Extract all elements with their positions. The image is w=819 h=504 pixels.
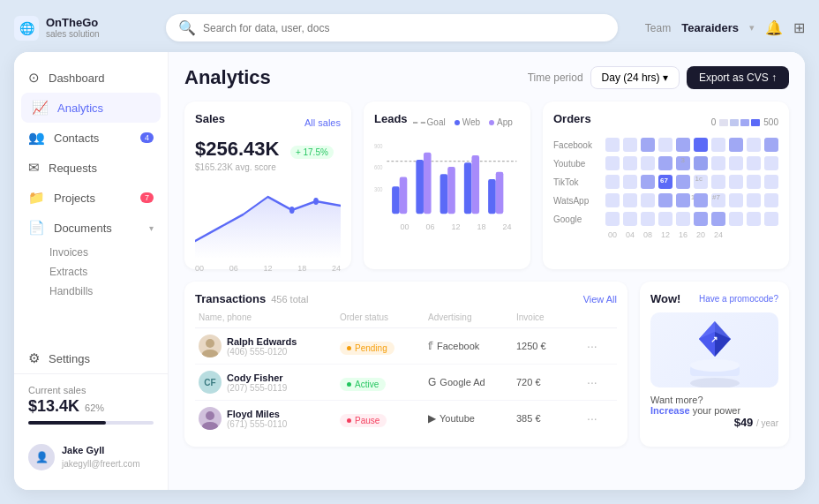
- grid-icon[interactable]: ⊞: [793, 19, 805, 36]
- search-bar[interactable]: 🔍: [166, 14, 618, 41]
- orders-axis: 00040812162024: [553, 230, 778, 239]
- time-period-button[interactable]: Day (24 hrs) ▾: [590, 66, 680, 89]
- sidebar-item-requests[interactable]: ✉ Requests: [14, 153, 168, 183]
- analytics-icon: 📈: [32, 100, 49, 116]
- svg-point-19: [202, 422, 218, 430]
- promo-highlight: Increase: [650, 405, 690, 416]
- user-info-cody: Cody Fisher (207) 555-0119: [227, 372, 287, 393]
- svg-point-20: [690, 378, 740, 388]
- sidebar-item-analytics[interactable]: 📈 Analytics: [21, 93, 161, 123]
- promo-rest: your power: [693, 405, 740, 416]
- content: Analytics Time period Day (24 hrs) ▾ Exp…: [169, 52, 805, 490]
- leads-legend: Goal Web App: [413, 117, 513, 127]
- contacts-badge: 4: [140, 132, 154, 143]
- svg-point-1: [313, 198, 319, 205]
- sidebar-item-settings[interactable]: ⚙ Settings: [14, 343, 168, 373]
- orders-header: Orders 0 500: [553, 112, 778, 132]
- search-input[interactable]: [203, 22, 605, 34]
- svg-rect-12: [464, 162, 472, 214]
- svg-rect-11: [447, 167, 455, 214]
- youtube-icon: ▶: [428, 412, 436, 425]
- notification-icon[interactable]: 🔔: [765, 19, 783, 36]
- facebook-icon: 𝕗: [428, 340, 433, 352]
- promo-price-period: / year: [756, 418, 778, 428]
- orders-row-tiktok: TikTok 34 67 1c: [553, 175, 778, 189]
- user-info-ralph: Ralph Edwards (406) 555-0120: [227, 336, 297, 357]
- col-status: Order status: [340, 312, 428, 322]
- sidebar: ⊙ Dashboard 📈 Analytics 👥 Contacts 4 ✉ R…: [14, 52, 169, 490]
- svg-rect-6: [392, 186, 400, 214]
- promo-panel: Wow! Have a promocode?: [640, 282, 789, 447]
- transactions-count: 456 total: [271, 294, 308, 305]
- more-icon[interactable]: ···: [587, 339, 613, 353]
- contacts-icon: 👥: [28, 130, 45, 146]
- sidebar-label-contacts: Contacts: [54, 132, 99, 145]
- status-badge-floyd: Pause: [340, 414, 387, 427]
- t-phone-cody: (207) 555-0119: [227, 383, 287, 393]
- more-icon[interactable]: ···: [587, 411, 613, 425]
- promo-link[interactable]: Have a promocode?: [699, 294, 778, 304]
- table-row: Ralph Edwards (406) 555-0120 Pending 𝕗: [195, 328, 617, 365]
- user-cell-ralph: Ralph Edwards (406) 555-0120: [199, 335, 340, 357]
- export-button[interactable]: Export as CVS ↑: [687, 66, 789, 89]
- promo-header: Wow! Have a promocode?: [650, 292, 778, 305]
- invoice-ralph: 1250 €: [516, 341, 587, 351]
- user-profile[interactable]: 👤 Jake Gyll jakegyll@freert.com: [14, 435, 168, 479]
- main-layout: ⊙ Dashboard 📈 Analytics 👥 Contacts 4 ✉ R…: [14, 52, 805, 490]
- topbar-right: Team Tearaiders ▾ 🔔 ⊞: [628, 19, 805, 36]
- svg-text:300: 300: [374, 186, 383, 192]
- invoice-floyd: 385 €: [516, 413, 587, 424]
- sales-avg: $165.23K avg. score: [195, 162, 341, 172]
- panels-row: Sales All sales $256.43K + 17.5% $165.23…: [184, 102, 789, 269]
- view-all-link[interactable]: View All: [583, 294, 617, 305]
- google-icon: G: [428, 376, 436, 388]
- svg-rect-15: [496, 172, 504, 214]
- sales-link[interactable]: All sales: [304, 117, 341, 128]
- sidebar-label-analytics: Analytics: [57, 102, 103, 115]
- table-row: CF Cody Fisher (207) 555-0119 Active: [195, 365, 617, 401]
- promo-price: $49 / year: [734, 416, 778, 429]
- status-cell-cody: Active: [340, 374, 428, 391]
- t-name-cody: Cody Fisher: [227, 372, 287, 383]
- time-period-label: Time period: [528, 71, 583, 84]
- promo-visual: ↗: [650, 312, 778, 387]
- current-sales-label: Current sales: [28, 385, 154, 395]
- sidebar-sub-extracts[interactable]: Extracts: [14, 262, 168, 282]
- page-title: Analytics: [184, 66, 528, 89]
- sidebar-item-projects[interactable]: 📁 Projects 7: [14, 183, 168, 213]
- more-icon[interactable]: ···: [587, 375, 613, 389]
- orders-label-google: Google: [553, 214, 602, 224]
- legend-web: Web: [455, 117, 480, 127]
- status-dot: [347, 382, 351, 387]
- table-row: Floyd Miles (671) 555-0110 Pause ▶: [195, 401, 617, 436]
- leads-panel: Leads Goal Web App: [364, 102, 530, 269]
- sidebar-sub-invoices[interactable]: Invoices: [14, 243, 168, 262]
- time-period-value: Day (24 hrs): [602, 71, 660, 84]
- sidebar-sub-handbills[interactable]: Handbills: [14, 282, 168, 301]
- orders-label-youtube: Youtube: [553, 159, 602, 169]
- adv-cell-floyd: ▶ Youtube: [428, 412, 516, 425]
- team-label: Team: [645, 22, 671, 34]
- orders-row-google: Google: [553, 212, 778, 226]
- svg-rect-9: [424, 153, 432, 214]
- orders-row-watsapp: WatsApp 188 #7: [553, 193, 778, 207]
- col-advertising: Advertising: [428, 312, 516, 322]
- sales-change: + 17.5%: [290, 146, 334, 159]
- current-sales-amount: $13.4K: [28, 397, 79, 416]
- svg-rect-8: [416, 160, 424, 214]
- col-more: [587, 312, 613, 322]
- sidebar-item-dashboard[interactable]: ⊙ Dashboard: [14, 63, 168, 93]
- current-sales-bar-fill: [28, 421, 106, 425]
- avatar-ralph: [199, 335, 222, 357]
- sidebar-item-documents[interactable]: 📄 Documents ▾: [14, 213, 168, 243]
- dashboard-icon: ⊙: [28, 70, 40, 86]
- avatar: 👤: [28, 444, 55, 470]
- table-header: Name, phone Order status Advertising Inv…: [195, 312, 617, 328]
- sales-chart: 0006121824: [195, 179, 341, 259]
- status-badge-cody: Active: [340, 378, 386, 391]
- promo-cta: Want more? Increase your power $49 / yea…: [650, 395, 778, 416]
- svg-rect-14: [488, 179, 496, 214]
- transactions-row: Transactions 456 total View All Name, ph…: [184, 282, 789, 447]
- sidebar-item-contacts[interactable]: 👥 Contacts 4: [14, 123, 168, 153]
- sidebar-label-settings: Settings: [49, 352, 90, 365]
